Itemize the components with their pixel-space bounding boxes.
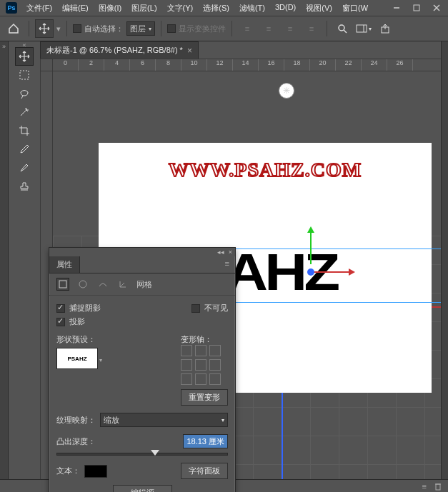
axis-opt-8[interactable]: [195, 373, 206, 385]
menu-type[interactable]: 文字(Y): [162, 1, 199, 16]
capture-shadow-checkbox[interactable]: [56, 304, 65, 313]
axis-opt-3[interactable]: [209, 345, 221, 356]
extrude-depth-input[interactable]: 18.13 厘米: [183, 434, 228, 448]
horizontal-ruler[interactable]: 02468101214161820222426: [53, 59, 441, 71]
coord-subtab-icon[interactable]: [116, 278, 129, 291]
svg-line-5: [344, 30, 347, 33]
tools-collapse-icon[interactable]: «: [9, 41, 40, 47]
ruler-origin[interactable]: [40, 59, 53, 71]
panel-menu-icon[interactable]: ≡: [219, 256, 235, 273]
texture-map-dropdown[interactable]: 缩放 ▾: [100, 413, 228, 427]
menu-image[interactable]: 图像(I): [94, 1, 126, 16]
marquee-tool[interactable]: [15, 66, 34, 84]
menu-select[interactable]: 选择(S): [198, 1, 234, 16]
status-menu-icon[interactable]: ≡: [422, 482, 427, 491]
axis-opt-1[interactable]: [181, 345, 192, 356]
capture-shadow-label: 捕捉阴影: [69, 303, 101, 313]
tab-close-icon[interactable]: ×: [187, 46, 192, 56]
align-bot-icon[interactable]: ≡: [281, 19, 299, 38]
texture-map-label: 纹理映射：: [56, 415, 96, 426]
watermark-text: WWW.PSAHZ.COM: [99, 159, 432, 181]
slider-thumb[interactable]: [151, 450, 159, 460]
expand-dock-icon[interactable]: »: [2, 43, 6, 50]
menu-file[interactable]: 文件(F): [21, 1, 57, 16]
transform-checkbox[interactable]: [167, 24, 176, 33]
axis-opt-5[interactable]: [195, 359, 206, 371]
document-tab[interactable]: 未标题-1 @ 66.7% (PSAHZ, RGB/8#) * ×: [40, 41, 199, 59]
status-trash-icon[interactable]: [434, 482, 442, 491]
tools-panel: «: [9, 41, 40, 479]
svg-rect-1: [414, 5, 419, 11]
gizmo-y-axis[interactable]: [310, 229, 312, 264]
menu-3d[interactable]: 3D(D): [270, 1, 301, 16]
align-top-icon[interactable]: ≡: [238, 19, 257, 38]
window-controls: [387, 1, 447, 15]
text-color-swatch[interactable]: [84, 465, 107, 478]
panel-collapse-icon[interactable]: ◂◂: [217, 248, 224, 256]
gizmo-z-axis[interactable]: [307, 268, 314, 276]
menu-view[interactable]: 视图(V): [301, 1, 337, 16]
cap-subtab-icon[interactable]: [96, 278, 109, 291]
transform-label: 显示变换控件: [179, 24, 226, 34]
lasso-tool[interactable]: [15, 84, 34, 103]
invisible-checkbox[interactable]: [191, 304, 200, 313]
edit-source-button[interactable]: 编辑源: [113, 485, 172, 492]
title-bar: Ps 文件(F) 编辑(E) 图像(I) 图层(L) 文字(Y) 选择(S) 滤…: [0, 0, 448, 16]
stamp-tool[interactable]: [15, 177, 34, 196]
workspace-icon[interactable]: ▾: [354, 19, 373, 38]
document-window: 未标题-1 @ 66.7% (PSAHZ, RGB/8#) * × 024681…: [40, 41, 441, 479]
autoselect-dropdown[interactable]: 图层 ▾: [126, 21, 155, 36]
deform-axis-label: 变形轴：: [181, 335, 212, 343]
align-mid-icon[interactable]: ≡: [259, 19, 278, 38]
minimize-button[interactable]: [387, 1, 407, 15]
move-tool-icon[interactable]: [35, 19, 54, 38]
extrude-depth-label: 凸出深度：: [56, 436, 96, 447]
left-dock[interactable]: »: [0, 41, 9, 479]
wand-tool[interactable]: [15, 103, 34, 121]
close-button[interactable]: [427, 1, 447, 15]
properties-tab[interactable]: 属性: [49, 256, 80, 273]
options-bar: ▾ 自动选择： 图层 ▾ 显示变换控件 ≡ ≡ ≡ ≡ ▾: [0, 16, 448, 41]
move-tool[interactable]: [15, 47, 34, 66]
gizmo-x-axis[interactable]: [310, 271, 353, 273]
grid-subtab-label[interactable]: 网格: [136, 279, 152, 290]
axis-opt-9[interactable]: [209, 373, 221, 385]
3d-light-widget[interactable]: ✳: [279, 83, 294, 99]
autoselect-value: 图层: [130, 24, 146, 34]
share-icon[interactable]: [376, 19, 394, 38]
svg-rect-10: [59, 281, 66, 288]
axis-opt-7[interactable]: [181, 373, 192, 385]
cast-shadow-label: 投影: [69, 316, 85, 327]
menu-window[interactable]: 窗口(W: [337, 1, 373, 16]
shape-preset-dropdown-icon[interactable]: ▾: [99, 357, 102, 363]
menu-filter[interactable]: 滤镜(T): [234, 1, 270, 16]
svg-point-4: [339, 25, 344, 31]
mesh-subtab-icon[interactable]: [56, 278, 69, 291]
menu-layer[interactable]: 图层(L): [126, 1, 161, 16]
svg-rect-9: [20, 71, 29, 79]
right-dock[interactable]: [441, 41, 448, 479]
extrude-depth-slider[interactable]: [56, 453, 228, 456]
properties-panel: ◂◂ × 属性 ≡ 网格 捕捉阴影 不可见: [49, 247, 236, 492]
char-panel-button[interactable]: 字符面板: [181, 463, 228, 479]
axis-opt-4[interactable]: [181, 359, 192, 371]
brush-tool[interactable]: [15, 159, 34, 177]
main-menu: 文件(F) 编辑(E) 图像(I) 图层(L) 文字(Y) 选择(S) 滤镜(T…: [21, 1, 373, 16]
search-icon[interactable]: [333, 19, 352, 38]
svg-rect-12: [436, 484, 440, 490]
cast-shadow-checkbox[interactable]: [56, 318, 65, 326]
align-more-icon[interactable]: ≡: [302, 19, 321, 38]
axis-opt-6[interactable]: [209, 359, 221, 371]
maximize-button[interactable]: [407, 1, 427, 15]
home-icon[interactable]: [4, 19, 23, 38]
autoselect-checkbox[interactable]: [73, 24, 81, 33]
menu-edit[interactable]: 编辑(E): [57, 1, 94, 16]
eyedropper-tool[interactable]: [15, 140, 34, 159]
deform-subtab-icon[interactable]: [76, 278, 89, 291]
svg-point-11: [79, 281, 86, 288]
reset-deform-button[interactable]: 重置变形: [181, 389, 228, 406]
axis-opt-2[interactable]: [195, 345, 206, 356]
crop-tool[interactable]: [15, 121, 34, 140]
panel-close-icon[interactable]: ×: [229, 248, 232, 256]
shape-preset-thumbnail[interactable]: PSAHZ: [56, 348, 98, 369]
